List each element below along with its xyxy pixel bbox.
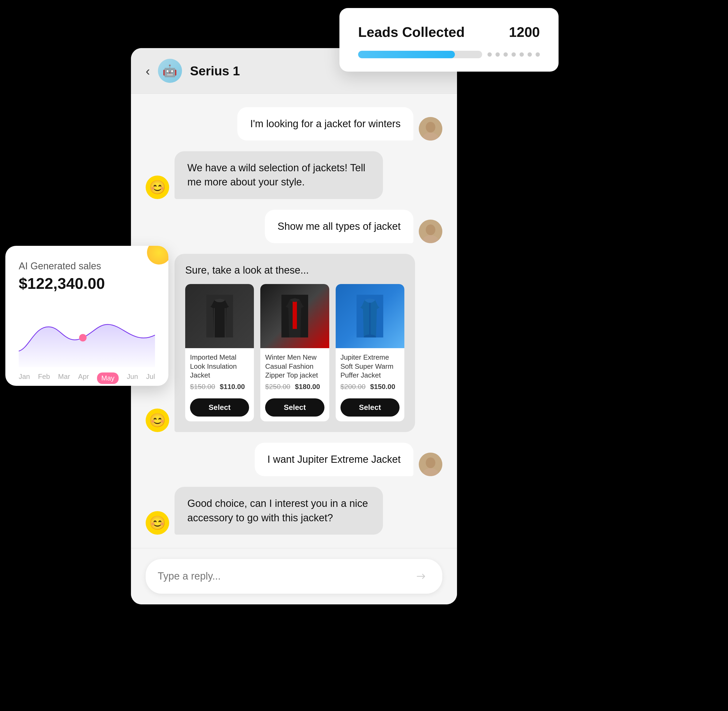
leads-dot-6 xyxy=(527,52,532,57)
leads-progress-bar xyxy=(358,51,482,58)
user-avatar-3 xyxy=(419,453,442,476)
back-button[interactable]: ‹ xyxy=(146,63,150,78)
product-new-price-2: $180.00 xyxy=(295,383,320,391)
product-select-btn-2[interactable]: Select xyxy=(265,398,324,416)
product-info-1: Imported Metal Look Insulation Jacket $1… xyxy=(185,348,254,396)
chat-input-area xyxy=(131,548,457,605)
product-prices-3: $200.00 $150.00 xyxy=(341,383,400,391)
message-bubble-5: I want Jupiter Extreme Jacket xyxy=(255,443,413,476)
svg-point-5 xyxy=(426,224,436,235)
chart-label-feb: Feb xyxy=(38,372,50,384)
message-bubble-6: Good choice, can I interest you in a nic… xyxy=(174,487,383,534)
chat-input-row xyxy=(146,559,442,594)
svg-rect-10 xyxy=(225,308,226,338)
product-image-1 xyxy=(185,284,254,348)
chart-label-jan: Jan xyxy=(19,372,30,384)
product-info-2: Winter Men New Casual Fashion Zipper Top… xyxy=(260,348,329,396)
send-button[interactable] xyxy=(412,567,430,586)
product-select-btn-3[interactable]: Select xyxy=(341,398,400,416)
leads-card: Leads Collected 1200 xyxy=(340,8,558,72)
leads-progress-container xyxy=(358,51,540,58)
leads-dot-3 xyxy=(504,52,508,57)
product-image-3 xyxy=(336,284,405,348)
message-row-1: I'm looking for a jacket for winters xyxy=(146,107,442,140)
products-container: Sure, take a look at these... xyxy=(174,254,415,432)
bot-icon-3: 😊 xyxy=(146,511,169,535)
chat-messages: I'm looking for a jacket for winters 😊 W… xyxy=(131,94,457,548)
product-name-3: Jupiter Extreme Soft Super Warm Puffer J… xyxy=(341,353,400,380)
product-info-3: Jupiter Extreme Soft Super Warm Puffer J… xyxy=(336,348,405,396)
message-row-4: 😊 Sure, take a look at these... xyxy=(146,254,442,432)
bot-icon-1: 😊 xyxy=(146,176,169,199)
bot-icon-2: 😊 xyxy=(146,409,169,432)
chart-label-jul: Jul xyxy=(146,372,155,384)
leads-header: Leads Collected 1200 xyxy=(358,24,540,40)
svg-point-16 xyxy=(426,457,436,468)
message-row-5: I want Jupiter Extreme Jacket xyxy=(146,443,442,476)
bot-avatar: 🤖 xyxy=(158,59,182,83)
leads-dot-2 xyxy=(496,52,500,57)
sales-card: AI Generated sales $122,340.00 Jan Feb M… xyxy=(5,246,168,386)
chat-name: Serius 1 xyxy=(190,63,240,78)
chart-label-apr: Apr xyxy=(78,372,89,384)
product-card-2: Winter Men New Casual Fashion Zipper Top… xyxy=(260,284,329,421)
user-avatar-2 xyxy=(419,220,442,243)
leads-dot-1 xyxy=(487,52,492,57)
product-new-price-3: $150.00 xyxy=(370,383,395,391)
message-row-2: 😊 We have a wild selection of jackets! T… xyxy=(146,151,442,199)
sales-title: AI Generated sales xyxy=(19,261,155,272)
leads-dot-7 xyxy=(536,52,540,57)
sales-chart-svg xyxy=(19,303,155,367)
svg-rect-12 xyxy=(292,299,297,329)
message-row-6: 😊 Good choice, can I interest you in a n… xyxy=(146,487,442,534)
message-bubble-1: I'm looking for a jacket for winters xyxy=(237,107,413,140)
product-prices-2: $250.00 $180.00 xyxy=(265,383,324,391)
chart-label-may: May xyxy=(97,372,119,384)
chart-labels: Jan Feb Mar Apr May Jun Jul xyxy=(19,372,155,384)
leads-count: 1200 xyxy=(509,24,540,40)
svg-point-1 xyxy=(426,122,436,133)
product-image-2 xyxy=(260,284,329,348)
product-new-price-1: $110.00 xyxy=(220,383,245,391)
product-name-2: Winter Men New Casual Fashion Zipper Top… xyxy=(265,353,324,380)
product-old-price-1: $150.00 xyxy=(190,383,215,391)
sales-amount: $122,340.00 xyxy=(19,274,155,292)
chart-label-jun: Jun xyxy=(127,372,138,384)
svg-rect-9 xyxy=(214,308,215,338)
leads-dot-5 xyxy=(520,52,524,57)
product-name-1: Imported Metal Look Insulation Jacket xyxy=(190,353,249,380)
leads-dots xyxy=(487,52,540,57)
chart-label-mar: Mar xyxy=(58,372,70,384)
sales-chart: Jan Feb Mar Apr May Jun Jul xyxy=(19,303,155,372)
chat-input[interactable] xyxy=(158,571,406,582)
chart-dot xyxy=(79,334,87,341)
message-bubble-3: Show me all types of jacket xyxy=(265,210,413,243)
product-prices-1: $150.00 $110.00 xyxy=(190,383,249,391)
message-bubble-2: We have a wild selection of jackets! Tel… xyxy=(174,151,383,199)
product-card-1: Imported Metal Look Insulation Jacket $1… xyxy=(185,284,254,421)
chart-area xyxy=(19,325,155,367)
user-avatar-1 xyxy=(419,117,442,140)
message-row-3: Show me all types of jacket xyxy=(146,210,442,243)
products-intro-text: Sure, take a look at these... xyxy=(185,264,405,276)
leads-progress-fill xyxy=(358,51,455,58)
svg-rect-14 xyxy=(369,303,371,338)
leads-dot-4 xyxy=(511,52,516,57)
product-old-price-3: $200.00 xyxy=(341,383,366,391)
leads-title: Leads Collected xyxy=(358,24,465,40)
product-old-price-2: $250.00 xyxy=(265,383,290,391)
products-grid: Imported Metal Look Insulation Jacket $1… xyxy=(185,284,405,421)
chat-window: ‹ 🤖 Serius 1 I'm looking for a jacket fo… xyxy=(131,48,457,605)
product-card-3: Jupiter Extreme Soft Super Warm Puffer J… xyxy=(336,284,405,421)
product-select-btn-1[interactable]: Select xyxy=(190,398,249,416)
